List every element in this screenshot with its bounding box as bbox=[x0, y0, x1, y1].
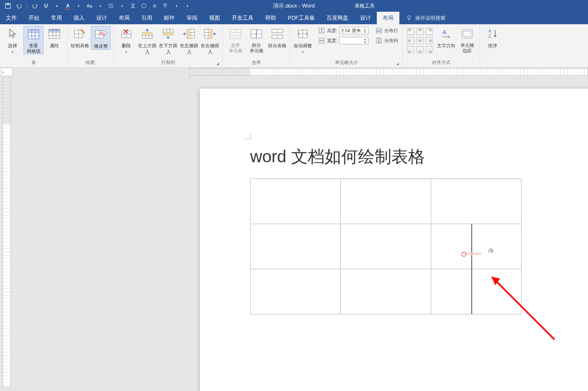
tab-table-design[interactable]: 设计 bbox=[354, 12, 377, 24]
delete-label: 删除 bbox=[122, 43, 131, 48]
tab-developer[interactable]: 开发工具 bbox=[226, 12, 259, 24]
align-mr-icon[interactable] bbox=[425, 37, 433, 44]
spacing-icon[interactable] bbox=[128, 1, 138, 10]
tab-pdf-tools[interactable]: PDF工具集 bbox=[282, 12, 321, 24]
tab-file[interactable]: 文件 bbox=[0, 12, 23, 24]
spinner-icon[interactable]: ▲▼ bbox=[363, 38, 366, 43]
vertical-ruler[interactable] bbox=[3, 78, 11, 387]
group-rows-cols-label: 行和列◢ bbox=[116, 59, 220, 67]
delete-button[interactable]: 删除▾ bbox=[116, 26, 136, 54]
dropdown-icon[interactable]: ▾ bbox=[118, 1, 127, 10]
customize-qat-icon[interactable]: ▾ bbox=[183, 1, 192, 10]
align-tc-icon[interactable] bbox=[416, 28, 424, 35]
undo-icon[interactable] bbox=[14, 1, 23, 10]
ruler-row: L bbox=[0, 68, 588, 76]
document-heading[interactable]: word 文档如何绘制表格 bbox=[250, 145, 425, 168]
change-case-icon[interactable]: Aa bbox=[85, 1, 94, 10]
eraser-button[interactable]: 橡皮擦 bbox=[91, 26, 111, 50]
underline-icon[interactable]: U bbox=[41, 1, 51, 10]
cell-margins-button[interactable]: 单元格 边距 bbox=[457, 26, 477, 54]
circle-icon[interactable] bbox=[139, 1, 148, 10]
font-color-icon[interactable]: A bbox=[63, 1, 72, 10]
group-cell-size-label: 单元格大小◢ bbox=[293, 59, 400, 67]
distribute-rows-icon bbox=[375, 27, 383, 34]
document-canvas[interactable]: word 文档如何绘制表格 bbox=[11, 76, 588, 391]
svg-rect-89 bbox=[407, 37, 414, 44]
text-direction-button[interactable]: A 文字方向 bbox=[436, 26, 456, 49]
dialog-launcher-icon[interactable]: ◢ bbox=[396, 61, 399, 66]
horizontal-ruler[interactable] bbox=[189, 68, 588, 76]
row-height-control[interactable]: 高度: 2.54 厘米▲▼ bbox=[316, 26, 370, 35]
table-cell[interactable] bbox=[431, 179, 522, 224]
svg-rect-77 bbox=[376, 38, 381, 43]
table-cell[interactable] bbox=[251, 269, 341, 314]
tab-help[interactable]: 帮助 bbox=[259, 12, 282, 24]
save-icon[interactable] bbox=[3, 1, 13, 10]
formula-icon[interactable]: fx bbox=[150, 1, 159, 10]
sort-button[interactable]: AZ 排序 bbox=[483, 26, 503, 49]
width-input[interactable]: ▲▼ bbox=[339, 37, 368, 44]
table-cell[interactable] bbox=[431, 224, 522, 269]
gridlines-icon bbox=[26, 27, 41, 41]
align-bl-icon[interactable] bbox=[407, 46, 414, 54]
redo-icon[interactable] bbox=[31, 1, 40, 10]
dropdown-icon[interactable]: ▾ bbox=[52, 1, 61, 10]
page[interactable]: word 文档如何绘制表格 bbox=[200, 89, 588, 391]
height-input[interactable]: 2.54 厘米▲▼ bbox=[339, 27, 368, 34]
format-painter-icon[interactable] bbox=[161, 1, 170, 10]
tab-design[interactable]: 设计 bbox=[90, 12, 113, 24]
tab-layout[interactable]: 布局 bbox=[113, 12, 135, 24]
tell-me-search[interactable]: 操作说明搜索 bbox=[399, 12, 445, 24]
tab-review[interactable]: 审阅 bbox=[181, 12, 203, 24]
merge-cells-button[interactable]: 合并 单元格 bbox=[225, 26, 245, 54]
align-ml-icon[interactable] bbox=[407, 37, 414, 44]
lightbulb-icon bbox=[405, 14, 413, 22]
distribute-cols-button[interactable]: 分布列 bbox=[373, 36, 400, 45]
dropdown-icon[interactable]: ▾ bbox=[74, 1, 83, 10]
align-mc-icon[interactable] bbox=[416, 37, 424, 44]
tab-home[interactable]: 开始 bbox=[23, 12, 45, 24]
tab-references[interactable]: 引用 bbox=[135, 12, 158, 24]
dropdown-icon[interactable]: ▾ bbox=[96, 1, 105, 10]
tab-common[interactable]: 常用 bbox=[45, 12, 68, 24]
merge-cells-label: 合并 单元格 bbox=[229, 43, 243, 53]
spinner-icon[interactable]: ▲▼ bbox=[363, 28, 366, 33]
table-cell[interactable] bbox=[341, 269, 431, 314]
tab-table-layout[interactable]: 布局 bbox=[377, 12, 399, 24]
tab-view[interactable]: 视图 bbox=[203, 12, 226, 24]
draw-table-label: 绘制表格 bbox=[71, 43, 89, 48]
insert-left-button[interactable]: 在左侧插入 bbox=[179, 26, 199, 55]
svg-rect-74 bbox=[376, 28, 381, 33]
insert-below-button[interactable]: 在下方插入 bbox=[158, 26, 178, 55]
distribute-rows-button[interactable]: 分布行 bbox=[373, 26, 400, 35]
table-cell[interactable] bbox=[251, 179, 341, 224]
table-cell[interactable] bbox=[341, 179, 431, 224]
tab-baidu-netdisk[interactable]: 百度网盘 bbox=[321, 12, 354, 24]
col-width-control[interactable]: 宽度: ▲▼ bbox=[316, 36, 370, 45]
align-br-icon[interactable] bbox=[425, 46, 433, 54]
align-tl-icon[interactable] bbox=[407, 28, 414, 35]
align-bc-icon[interactable] bbox=[416, 46, 424, 54]
title-bar: U ▾ A ▾ Aa ▾ ▾ fx ▾ ▾ 演示.docx - Word 表格工… bbox=[0, 0, 588, 12]
tab-insert[interactable]: 插入 bbox=[68, 12, 90, 24]
select-button[interactable]: 选择▾ bbox=[3, 26, 23, 54]
list-icon[interactable] bbox=[107, 1, 116, 10]
autofit-button[interactable]: 自动调整▾ bbox=[293, 26, 313, 54]
dropdown-icon[interactable]: ▾ bbox=[172, 1, 181, 10]
insert-above-button[interactable]: 在上方插入 bbox=[137, 26, 157, 55]
group-alignment-label: 对齐方式 bbox=[405, 59, 477, 67]
width-icon bbox=[318, 37, 325, 44]
margin-marks bbox=[250, 130, 543, 135]
split-cells-button[interactable]: 拆分 单元格 bbox=[246, 26, 266, 54]
table-cell[interactable] bbox=[251, 224, 341, 269]
properties-button[interactable]: 属性 bbox=[44, 26, 64, 49]
split-table-button[interactable]: 拆分表格 bbox=[267, 26, 287, 49]
document-table[interactable] bbox=[250, 179, 522, 314]
insert-right-button[interactable]: 在右侧插入 bbox=[200, 26, 220, 55]
tab-mailings[interactable]: 邮件 bbox=[158, 12, 181, 24]
view-gridlines-button[interactable]: 查看 网格线 bbox=[23, 26, 43, 54]
dialog-launcher-icon[interactable]: ◢ bbox=[216, 61, 219, 66]
align-tr-icon[interactable] bbox=[425, 28, 433, 35]
draw-table-button[interactable]: 绘制表格 bbox=[70, 26, 90, 49]
table-cell[interactable] bbox=[341, 224, 431, 269]
